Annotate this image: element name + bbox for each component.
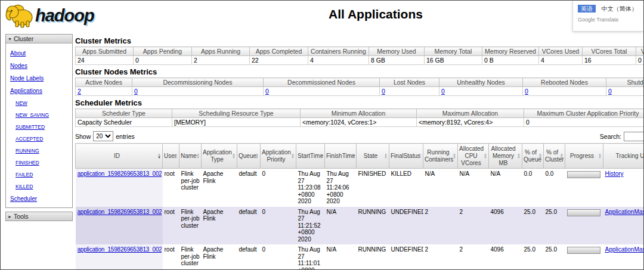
column-header-allocated-memory-mb[interactable]: Allocated Memory MB [489, 144, 522, 169]
google-translate-brand: Google Translate [578, 17, 643, 23]
table-header-row: Scheduler Type Scheduling Resource Type … [76, 109, 644, 118]
sidebar-item-state-killed[interactable]: KILLED [16, 184, 33, 190]
column-header-memory-used: Memory Used [369, 47, 425, 56]
scheduler-metrics-title: Scheduler Metrics [75, 98, 644, 107]
column-header-tracking-ui[interactable]: Tracking UI [603, 144, 644, 169]
shutdown-nodes-link[interactable]: 0 [608, 88, 612, 95]
metric-maximum-cluster-application-priority: 0 [524, 118, 644, 127]
cell-priority: 0 [261, 207, 296, 245]
active-nodes-link[interactable]: 2 [78, 88, 81, 95]
main-content: Cluster Metrics Apps Submitted Apps Pend… [75, 34, 644, 270]
cell-tracking-ui: ApplicationMaster [603, 207, 644, 245]
cell-application-type: Apache Flink [202, 169, 237, 207]
column-header-name[interactable]: Name [179, 144, 202, 169]
sort-icon [598, 153, 602, 159]
cell-tracking-ui: History [603, 169, 644, 207]
page-title: All Applications [108, 7, 643, 21]
metric-containers-running: 4 [308, 56, 369, 65]
search-input[interactable] [624, 132, 644, 141]
sort-icon [157, 153, 161, 159]
progress-bar [567, 247, 600, 254]
application-id-link[interactable]: application_1598269653813_0022 [78, 246, 162, 253]
sidebar-item-applications[interactable]: Applications [10, 88, 42, 94]
sort-icon [232, 153, 236, 159]
sidebar-item-state-running[interactable]: RUNNING [16, 148, 39, 154]
metric-vcores-reserved: 0 [636, 56, 644, 65]
column-header-unhealthy-nodes: Unhealthy Nodes [439, 78, 523, 87]
translate-language-other[interactable]: 中文（简体） [602, 5, 637, 12]
sort-icon [418, 153, 422, 159]
sidebar-item-state-accepted[interactable]: ACCEPTED [16, 136, 43, 142]
sort-icon [517, 153, 521, 159]
search-control: Search: [600, 132, 644, 141]
cluster-section-header[interactable]: Cluster [6, 35, 72, 44]
column-header-finish-time[interactable]: FinishTime [325, 144, 357, 169]
sidebar-item-state-failed[interactable]: FAILED [16, 172, 33, 178]
cell-final-status: UNDEFINED [389, 244, 423, 270]
table-header-row: Active Nodes Decommissioning Nodes Decom… [76, 78, 644, 87]
column-header-lost-nodes: Lost Nodes [380, 78, 439, 87]
table-row: 24 0 2 22 4 8 GB 16 GB 0 B 4 16 0 [76, 56, 644, 65]
metric-memory-used: 8 GB [369, 56, 425, 65]
sidebar: Cluster About Nodes Node Labels Applicat… [5, 34, 73, 225]
translate-language-selected[interactable]: 英语 [578, 5, 596, 13]
application-id-link[interactable]: application_1598269653813_0023 [78, 209, 162, 216]
tracking-ui-link[interactable]: ApplicationMaster [605, 246, 644, 253]
cell-id: application_1598269653813_0023 [76, 207, 163, 245]
sidebar-item-state-new-saving[interactable]: NEW_SAVING [16, 112, 49, 118]
column-header-application-type[interactable]: Application Type [202, 144, 237, 169]
sidebar-item-state-finished[interactable]: FINISHED [16, 160, 39, 166]
cell-allocated-memory-mb: 4096 [489, 244, 522, 270]
sidebar-item-node-labels[interactable]: Node Labels [10, 75, 44, 82]
column-header-memory-reserved: Memory Reserved [482, 47, 539, 56]
column-header-user[interactable]: User [163, 144, 179, 169]
cell-queue: default [237, 244, 261, 270]
column-header-pct-of-queue[interactable]: % of Queue [522, 144, 544, 169]
sidebar-item-state-submitted[interactable]: SUBMITTED [16, 124, 45, 130]
tracking-ui-link[interactable]: History [605, 170, 624, 177]
column-header-final-status[interactable]: FinalStatus [389, 144, 423, 169]
column-header-running-containers[interactable]: Running Containers [423, 144, 458, 169]
column-header-queue[interactable]: Queue [237, 144, 261, 169]
tools-section-header[interactable]: Tools [6, 212, 72, 221]
page-header: hadoop All Applications 英语 中文（简体） Google… [1, 1, 643, 33]
tracking-ui-link[interactable]: ApplicationMaster [605, 209, 644, 215]
cell-pct-of-cluster: 0.0 [544, 169, 565, 207]
decommissioned-nodes-link[interactable]: 0 [265, 88, 269, 95]
sidebar-item-nodes[interactable]: Nodes [10, 63, 27, 69]
metric-minimum-allocation: <memory:1024, vCores:1> [301, 118, 417, 127]
cell-allocated-memory-mb: 4096 [489, 207, 522, 245]
sidebar-item-about[interactable]: About [10, 50, 26, 57]
sort-icon [174, 153, 178, 159]
column-header-state[interactable]: State [357, 144, 389, 169]
application-row: application_1598269653813_0024 root Flin… [76, 169, 644, 207]
cell-allocated-memory-mb: N/A [489, 169, 522, 207]
metric-apps-submitted: 24 [76, 56, 134, 65]
metric-memory-reserved: 0 B [482, 56, 539, 65]
column-header-minimum-allocation: Minimum Allocation [301, 109, 417, 118]
page-size-select[interactable]: 20 [93, 131, 113, 141]
tools-section-title: Tools [14, 213, 29, 220]
rebooted-nodes-link[interactable]: 0 [525, 88, 528, 95]
cell-pct-of-queue: 25.0 [522, 244, 544, 270]
cell-user: root [163, 207, 179, 245]
lost-nodes-link[interactable]: 0 [382, 88, 385, 95]
entries-label: entries [116, 133, 135, 140]
column-header-progress[interactable]: Progress [565, 144, 603, 169]
column-header-allocated-cpu-vcores[interactable]: Allocated CPU VCores [458, 144, 489, 169]
sidebar-item-scheduler[interactable]: Scheduler [10, 195, 37, 202]
sidebar-item-state-new[interactable]: NEW [16, 100, 27, 106]
metric-scheduler-type: Capacity Scheduler [76, 118, 172, 127]
table-row: Capacity Scheduler [MEMORY] <memory:1024… [76, 118, 644, 127]
application-id-link[interactable]: application_1598269653813_0024 [78, 170, 162, 178]
cell-tracking-ui: ApplicationMaster [603, 244, 644, 270]
decommissioning-nodes-link[interactable]: 0 [134, 88, 138, 95]
column-header-id[interactable]: ID [76, 144, 163, 169]
show-label: Show [75, 133, 91, 140]
column-header-start-time[interactable]: StartTime [296, 144, 325, 169]
column-header-pct-of-cluster[interactable]: % of Cluster [544, 144, 565, 169]
search-label: Search: [600, 133, 621, 140]
application-row: application_1598269653813_0023 root Flin… [76, 207, 644, 245]
column-header-application-priority[interactable]: Application Priority [261, 144, 296, 169]
unhealthy-nodes-link[interactable]: 0 [441, 88, 445, 95]
